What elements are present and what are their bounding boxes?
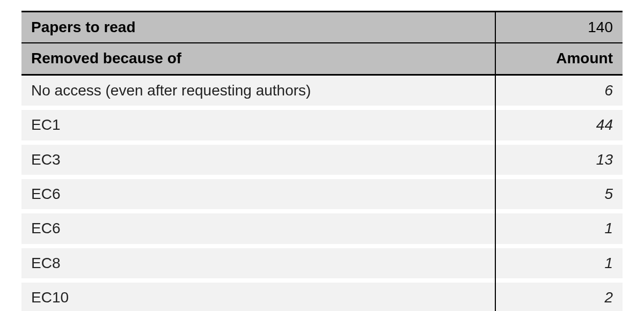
removed-reason: EC8 <box>21 248 495 278</box>
papers-filter-table: Papers to read 140 Removed because of Am… <box>21 11 623 311</box>
table-row: EC6 5 <box>21 179 623 209</box>
table-row: EC8 1 <box>21 248 623 278</box>
table-row: EC6 1 <box>21 213 623 243</box>
removed-reason: EC6 <box>21 213 495 243</box>
removed-header-row: Removed because of Amount <box>21 43 623 75</box>
papers-to-read-label: Papers to read <box>21 12 495 43</box>
table-row: EC1 44 <box>21 110 623 140</box>
removed-header-value: Amount <box>495 43 623 75</box>
removed-amount: 1 <box>495 248 623 278</box>
removed-reason: EC6 <box>21 179 495 209</box>
removed-amount: 44 <box>495 110 623 140</box>
removed-reason: EC1 <box>21 110 495 140</box>
removed-reason: EC3 <box>21 145 495 175</box>
table-row: EC3 13 <box>21 145 623 175</box>
removed-amount: 6 <box>495 75 623 106</box>
removed-reason: No access (even after requesting authors… <box>21 75 495 106</box>
removed-amount: 2 <box>495 283 623 311</box>
papers-to-read-value: 140 <box>495 12 623 43</box>
removed-amount: 13 <box>495 145 623 175</box>
papers-to-read-row: Papers to read 140 <box>21 12 623 43</box>
removed-amount: 1 <box>495 213 623 243</box>
removed-header-label: Removed because of <box>21 43 495 75</box>
removed-reason: EC10 <box>21 283 495 311</box>
table-row: EC10 2 <box>21 283 623 311</box>
removed-amount: 5 <box>495 179 623 209</box>
table-row: No access (even after requesting authors… <box>21 75 623 106</box>
